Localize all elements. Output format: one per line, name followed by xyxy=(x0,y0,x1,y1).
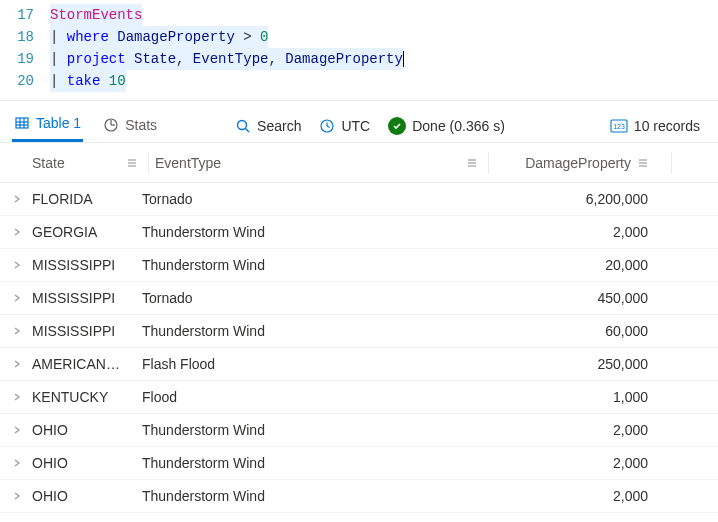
cell-damage: 250,000 xyxy=(508,356,678,372)
expand-row-icon[interactable] xyxy=(12,488,32,504)
cell-damage: 6,200,000 xyxy=(508,191,678,207)
query-editor[interactable]: 17StormEvents18| where DamageProperty > … xyxy=(0,0,718,100)
search-button[interactable]: Search xyxy=(235,118,301,134)
cell-eventtype: Thunderstorm Wind xyxy=(142,323,508,339)
search-icon xyxy=(235,118,251,134)
table-row[interactable]: AMERICAN…Flash Flood250,000 xyxy=(0,348,718,381)
expand-row-icon[interactable] xyxy=(12,389,32,405)
svg-line-12 xyxy=(327,126,330,128)
cell-state: OHIO xyxy=(32,455,142,471)
cell-state: OHIO xyxy=(32,422,142,438)
table-row[interactable]: MISSISSIPPIThunderstorm Wind20,000 xyxy=(0,249,718,282)
cell-state: MISSISSIPPI xyxy=(32,290,142,306)
grid-body: FLORIDATornado6,200,000GEORGIAThundersto… xyxy=(0,183,718,513)
stats-icon xyxy=(103,117,119,133)
svg-point-8 xyxy=(238,120,247,129)
cell-damage: 1,000 xyxy=(508,389,678,405)
cell-state: KENTUCKY xyxy=(32,389,142,405)
grid-header: State EventType DamageProperty xyxy=(0,143,718,183)
col-header-state[interactable]: State xyxy=(32,155,142,171)
expand-row-icon[interactable] xyxy=(12,356,32,372)
expand-row-icon[interactable] xyxy=(12,191,32,207)
results-toolbar: Table 1 Stats Search UTC Done (0.366 s) xyxy=(0,100,718,142)
status-done: Done (0.366 s) xyxy=(388,117,505,135)
expand-row-icon[interactable] xyxy=(12,455,32,471)
utc-toggle[interactable]: UTC xyxy=(319,118,370,134)
status-text: Done (0.366 s) xyxy=(412,118,505,134)
cell-eventtype: Thunderstorm Wind xyxy=(142,224,508,240)
column-menu-icon[interactable] xyxy=(637,157,649,169)
record-count: 123 10 records xyxy=(610,118,706,134)
cell-damage: 2,000 xyxy=(508,455,678,471)
cell-damage: 2,000 xyxy=(508,422,678,438)
results-grid: State EventType DamageProperty FLORIDATo… xyxy=(0,142,718,513)
tab-stats[interactable]: Stats xyxy=(101,111,159,141)
cell-damage: 20,000 xyxy=(508,257,678,273)
table-row[interactable]: KENTUCKYFlood1,000 xyxy=(0,381,718,414)
utc-label: UTC xyxy=(341,118,370,134)
column-menu-icon[interactable] xyxy=(466,157,482,169)
table-row[interactable]: MISSISSIPPIThunderstorm Wind60,000 xyxy=(0,315,718,348)
cell-state: GEORGIA xyxy=(32,224,142,240)
expand-row-icon[interactable] xyxy=(12,422,32,438)
expand-row-icon[interactable] xyxy=(12,290,32,306)
cell-state: MISSISSIPPI xyxy=(32,257,142,273)
line-number: 17 xyxy=(0,4,50,26)
tab-table[interactable]: Table 1 xyxy=(12,109,83,142)
record-count-label: 10 records xyxy=(634,118,700,134)
line-number: 20 xyxy=(0,70,50,92)
col-header-eventtype[interactable]: EventType xyxy=(155,155,482,171)
cell-damage: 450,000 xyxy=(508,290,678,306)
cell-eventtype: Tornado xyxy=(142,290,508,306)
svg-text:123: 123 xyxy=(613,123,625,130)
cell-state: MISSISSIPPI xyxy=(32,323,142,339)
col-header-damage-label: DamageProperty xyxy=(525,155,631,171)
cell-eventtype: Flood xyxy=(142,389,508,405)
cell-damage: 2,000 xyxy=(508,224,678,240)
table-row[interactable]: OHIOThunderstorm Wind2,000 xyxy=(0,480,718,513)
expand-row-icon[interactable] xyxy=(12,323,32,339)
cell-state: OHIO xyxy=(32,488,142,504)
svg-line-9 xyxy=(246,128,250,132)
code-line[interactable]: | project State, EventType, DamageProper… xyxy=(50,48,404,70)
cell-damage: 60,000 xyxy=(508,323,678,339)
records-icon: 123 xyxy=(610,119,628,133)
cell-eventtype: Thunderstorm Wind xyxy=(142,257,508,273)
col-header-state-label: State xyxy=(32,155,65,171)
expand-row-icon[interactable] xyxy=(12,257,32,273)
line-number: 18 xyxy=(0,26,50,48)
line-number: 19 xyxy=(0,48,50,70)
expand-row-icon[interactable] xyxy=(12,224,32,240)
table-row[interactable]: OHIOThunderstorm Wind2,000 xyxy=(0,447,718,480)
cell-state: AMERICAN… xyxy=(32,356,142,372)
cell-eventtype: Thunderstorm Wind xyxy=(142,455,508,471)
code-line[interactable]: | take 10 xyxy=(50,70,126,92)
cell-eventtype: Tornado xyxy=(142,191,508,207)
search-label: Search xyxy=(257,118,301,134)
svg-rect-0 xyxy=(16,118,28,128)
table-row[interactable]: GEORGIAThunderstorm Wind2,000 xyxy=(0,216,718,249)
table-row[interactable]: OHIOThunderstorm Wind2,000 xyxy=(0,414,718,447)
cell-damage: 2,000 xyxy=(508,488,678,504)
col-header-damage[interactable]: DamageProperty xyxy=(495,155,665,171)
col-header-eventtype-label: EventType xyxy=(155,155,221,171)
cell-eventtype: Thunderstorm Wind xyxy=(142,488,508,504)
column-menu-icon[interactable] xyxy=(126,157,142,169)
table-icon xyxy=(14,115,30,131)
text-cursor xyxy=(403,51,404,67)
table-row[interactable]: FLORIDATornado6,200,000 xyxy=(0,183,718,216)
tab-table-label: Table 1 xyxy=(36,115,81,131)
cell-eventtype: Thunderstorm Wind xyxy=(142,422,508,438)
cell-state: FLORIDA xyxy=(32,191,142,207)
cell-eventtype: Flash Flood xyxy=(142,356,508,372)
code-line[interactable]: | where DamageProperty > 0 xyxy=(50,26,268,48)
clock-icon xyxy=(319,118,335,134)
check-icon xyxy=(388,117,406,135)
table-row[interactable]: MISSISSIPPITornado450,000 xyxy=(0,282,718,315)
code-line[interactable]: StormEvents xyxy=(50,4,142,26)
tab-stats-label: Stats xyxy=(125,117,157,133)
